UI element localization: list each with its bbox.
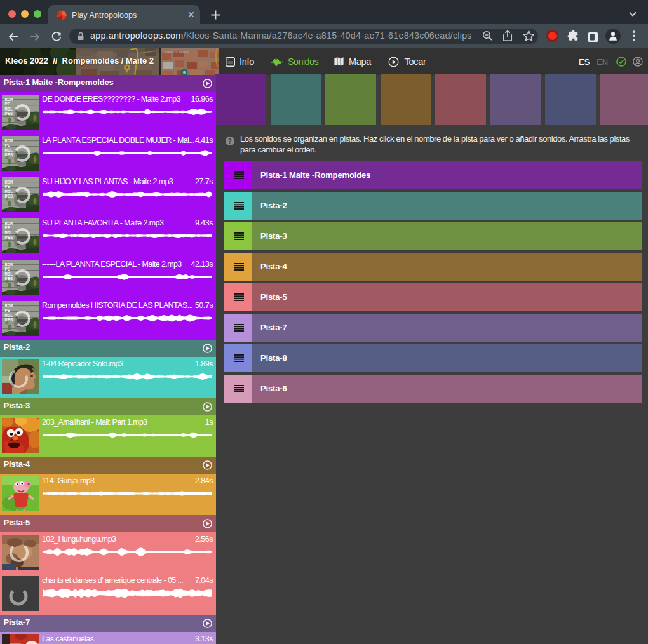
svg-text:DES: DES <box>5 152 13 158</box>
svg-text:DES: DES <box>5 111 13 116</box>
svg-text:DES: DES <box>5 194 13 199</box>
svg-text:DES: DES <box>5 235 13 240</box>
svg-text:DES: DES <box>5 276 13 281</box>
svg-text:DES: DES <box>5 318 13 323</box>
